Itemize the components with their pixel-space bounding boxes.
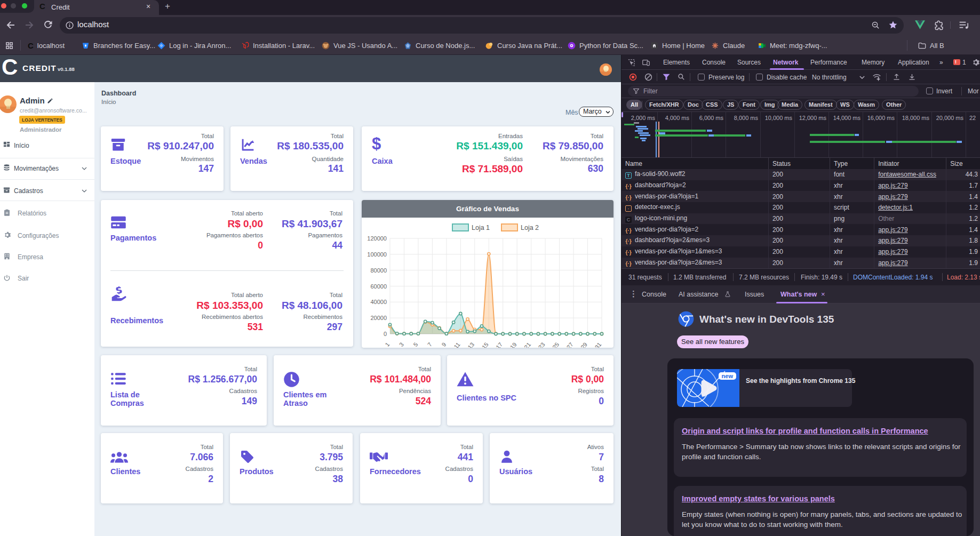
svg-text:31: 31 — [593, 341, 602, 348]
svg-text:0: 0 — [384, 331, 387, 337]
svg-text:60000: 60000 — [370, 283, 387, 290]
svg-text:80000: 80000 — [370, 267, 387, 274]
svg-text:1: 1 — [384, 341, 391, 348]
svg-text:7: 7 — [426, 341, 433, 348]
svg-text:5: 5 — [412, 341, 419, 348]
svg-text:23: 23 — [537, 341, 546, 348]
svg-text:19: 19 — [509, 341, 518, 348]
svg-text:25: 25 — [551, 341, 560, 348]
svg-text:Loja 2: Loja 2 — [521, 224, 539, 231]
svg-text:120000: 120000 — [367, 235, 387, 242]
svg-text:17: 17 — [495, 341, 504, 348]
svg-text:29: 29 — [579, 341, 588, 348]
svg-text:20000: 20000 — [370, 315, 387, 321]
svg-text:100000: 100000 — [367, 251, 387, 258]
svg-text:40000: 40000 — [370, 299, 387, 305]
svg-text:27: 27 — [565, 341, 575, 348]
svg-text:21: 21 — [523, 341, 532, 348]
svg-text:13: 13 — [466, 341, 475, 348]
svg-text:9: 9 — [440, 341, 447, 348]
svg-text:15: 15 — [481, 341, 490, 348]
svg-text:3: 3 — [398, 341, 405, 348]
svg-text:11: 11 — [452, 341, 461, 348]
svg-text:Loja 1: Loja 1 — [472, 224, 490, 231]
